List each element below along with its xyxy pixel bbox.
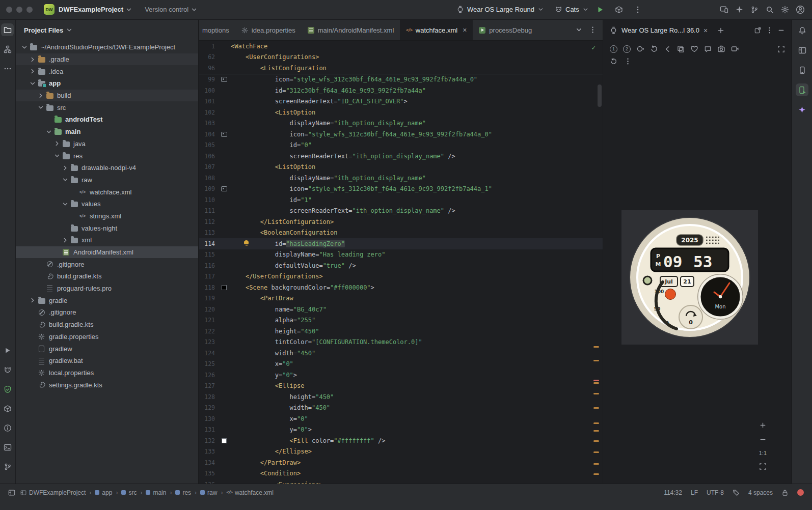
code-line[interactable]: 125 x="0" (199, 359, 603, 370)
layers-icon[interactable] (677, 45, 685, 53)
line-number[interactable]: 131 (199, 426, 218, 433)
tree-item[interactable]: gradlew (16, 343, 198, 355)
app-quality-insights-button[interactable] (1, 383, 14, 395)
maximize-window-button[interactable] (26, 7, 33, 13)
running-devices-button[interactable] (796, 83, 808, 96)
line-number[interactable]: 124 (199, 350, 218, 357)
tree-item[interactable]: </>strings.xml (16, 210, 198, 222)
code-line[interactable]: 128 height="450" (199, 391, 603, 403)
terminal-tool-button[interactable] (1, 441, 14, 454)
caret-position[interactable]: 114:32 (664, 489, 682, 496)
chevron-right-icon[interactable] (61, 164, 69, 172)
structure-tool-button[interactable] (1, 43, 14, 55)
line-number[interactable]: 111 (199, 207, 218, 214)
version-control-tool-button[interactable] (1, 460, 14, 473)
code-line[interactable]: 120 name="BG_40c7" (199, 304, 603, 315)
tree-item[interactable]: .gitignore (16, 258, 198, 270)
code-line[interactable]: 113 <BooleanConfiguration (199, 228, 603, 239)
error-stripe-mark[interactable] (593, 473, 599, 475)
code-line[interactable]: 131 y="0"> (199, 424, 603, 436)
editor-tab[interactable]: processDebug (473, 20, 538, 40)
tree-item[interactable]: gradlew.bat (16, 355, 198, 367)
error-stripe-mark[interactable] (593, 380, 599, 381)
running-device-tab-title[interactable]: Wear OS Large Ro...l 36.0 (621, 26, 699, 34)
chevron-down-icon[interactable] (28, 79, 37, 88)
project-name-widget[interactable]: DWFExampleProject (59, 6, 123, 13)
line-number[interactable]: 113 (199, 229, 218, 236)
back-icon[interactable] (664, 45, 671, 53)
code-line[interactable]: 119 <PartDraw (199, 293, 603, 304)
panel-options-kebab-icon[interactable] (766, 26, 773, 34)
error-stripe-mark[interactable] (593, 382, 599, 384)
tree-item[interactable]: proguard-rules.pro (16, 282, 198, 295)
line-number[interactable]: 123 (199, 338, 218, 346)
line-number[interactable]: 115 (199, 251, 218, 258)
code-line[interactable]: 108 displayName="ith_option_display_name… (199, 173, 603, 184)
tree-item[interactable]: build (16, 90, 198, 102)
code-line[interactable]: 134 </PartDraw> (199, 457, 603, 468)
tree-item[interactable]: .gitignore (16, 306, 198, 319)
hide-panel-button[interactable] (777, 26, 785, 34)
line-number[interactable]: 132 (199, 437, 218, 444)
code-line[interactable]: 99 icon="style_wfs_312c30bf_f64a_461e_9c… (199, 74, 603, 86)
run-configuration-selector[interactable]: Cats (555, 6, 589, 13)
tab-options-kebab-icon[interactable] (589, 26, 597, 34)
chevron-right-icon[interactable] (28, 67, 37, 75)
error-stripe-mark[interactable] (593, 393, 599, 394)
line-number[interactable]: 108 (199, 175, 218, 182)
line-number[interactable]: 106 (199, 153, 218, 160)
line-number[interactable]: 105 (199, 141, 218, 149)
line-number[interactable]: 103 (199, 120, 218, 127)
line-number[interactable]: 118 (199, 284, 218, 291)
tree-item[interactable]: app (16, 77, 198, 90)
line-number[interactable]: 125 (199, 360, 218, 367)
chevron-down-icon[interactable] (44, 128, 53, 136)
tree-item[interactable]: java (16, 138, 198, 150)
code-line[interactable]: 106 screenReaderText="ith_option_display… (199, 151, 603, 162)
line-number[interactable]: 117 (199, 273, 218, 280)
device-manager-button[interactable] (796, 44, 808, 56)
code-line[interactable]: 102 <ListOption (199, 107, 603, 118)
rotate-icon[interactable] (650, 45, 658, 53)
code-line[interactable]: 105 id="0" (199, 140, 603, 151)
tree-item[interactable]: build.gradle.kts (16, 270, 198, 282)
tree-item[interactable]: xml (16, 234, 198, 246)
snapshot-icon[interactable] (777, 45, 785, 53)
line-number[interactable]: 122 (199, 328, 218, 335)
indent-config[interactable]: 4 spaces (748, 489, 773, 496)
hidden-tabs-chevron-icon[interactable] (575, 26, 583, 34)
line-number[interactable]: 127 (199, 382, 218, 389)
add-device-button[interactable] (717, 26, 725, 35)
error-stripe-mark[interactable] (593, 407, 599, 409)
line-number[interactable]: 112 (199, 218, 218, 225)
device-mirror-button[interactable] (716, 3, 732, 17)
tree-item[interactable]: res (16, 150, 198, 162)
tree-item[interactable]: ~/AndroidStudioProjects/DWFExampleProjec… (16, 41, 198, 53)
tree-item[interactable]: src (16, 101, 198, 114)
tree-item[interactable]: values (16, 198, 198, 210)
code-line[interactable]: 104 icon="style_wfs_312c30bf_f64a_461e_9… (199, 129, 603, 140)
error-stripe-mark[interactable] (593, 360, 599, 361)
file-encoding[interactable]: UTF-8 (707, 489, 724, 496)
chevron-down-icon[interactable] (61, 176, 69, 184)
error-stripe-mark[interactable] (593, 440, 599, 442)
code-line[interactable]: 122 height="450" (199, 326, 603, 337)
zoom-fit-button[interactable] (759, 463, 767, 470)
logcat-tool-button[interactable] (1, 363, 14, 376)
screenshot-camera-icon[interactable] (717, 45, 725, 53)
breadcrumb-item[interactable]: raw (200, 489, 217, 496)
line-number[interactable]: 135 (199, 470, 218, 477)
error-stripe-mark[interactable] (593, 430, 599, 432)
breadcrumb-item[interactable]: src (121, 489, 137, 496)
code-line[interactable]: 130 x="0" (199, 413, 603, 424)
chevron-down-icon[interactable] (52, 152, 61, 160)
breadcrumb-item[interactable]: DWFExampleProject (20, 489, 86, 496)
crown-icon[interactable] (636, 45, 644, 53)
project-panel-title[interactable]: Project Files (24, 26, 63, 34)
line-number[interactable]: 101 (199, 98, 218, 105)
inspections-ok-icon[interactable]: ✓ (591, 44, 596, 51)
tree-item[interactable]: AndroidManifest.xml (16, 246, 198, 259)
line-number[interactable]: 126 (199, 372, 218, 379)
code-line[interactable]: 123 tintColor="[CONFIGURATION.themeColor… (199, 337, 603, 348)
line-number[interactable]: 119 (199, 295, 218, 302)
